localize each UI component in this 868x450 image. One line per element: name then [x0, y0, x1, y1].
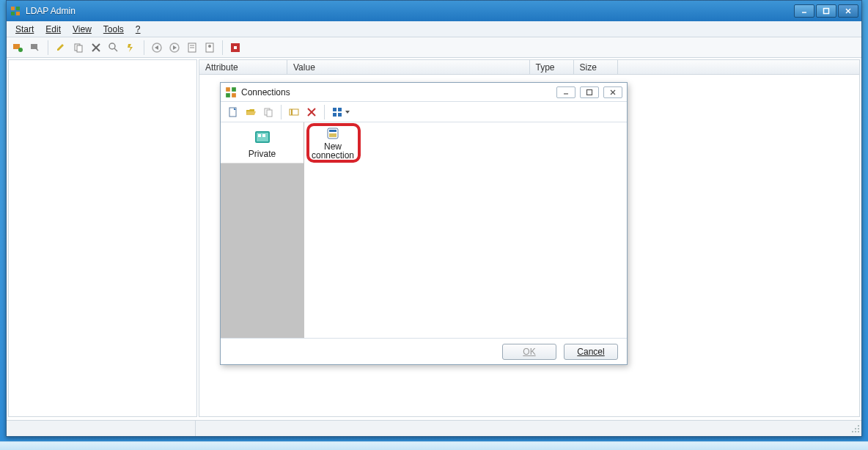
svg-line-18 [114, 48, 117, 51]
svg-rect-36 [226, 87, 230, 92]
window-buttons [794, 4, 858, 18]
tb-properties-icon[interactable] [184, 40, 200, 56]
list-item-label: New connection [312, 142, 354, 160]
svg-rect-59 [258, 134, 261, 137]
app-icon [10, 5, 21, 17]
ok-button-label: OK [523, 347, 535, 357]
tb-edit-icon[interactable] [53, 40, 69, 56]
toolbar-separator [281, 105, 282, 119]
tb-forward-icon[interactable] [166, 40, 183, 56]
resize-grip-icon[interactable] [850, 423, 861, 435]
main-toolbar [7, 37, 861, 58]
col-size[interactable]: Size [574, 60, 618, 74]
tb-search-icon[interactable] [106, 40, 122, 56]
svg-point-31 [858, 428, 859, 429]
svg-rect-60 [262, 134, 265, 137]
dlg-tb-new-icon[interactable] [225, 104, 241, 120]
new-connection-icon [326, 126, 340, 141]
maximize-button[interactable] [816, 4, 836, 18]
tb-refresh-icon[interactable] [123, 40, 139, 56]
menu-view[interactable]: View [67, 23, 98, 36]
svg-marker-12 [57, 44, 64, 51]
dlg-tb-delete-icon[interactable] [304, 104, 320, 120]
ok-button[interactable]: OK [502, 344, 556, 360]
dialog-minimize-button[interactable] [556, 86, 575, 98]
tree-pane[interactable] [8, 59, 197, 417]
col-filler [618, 60, 860, 74]
dlg-tb-rename-icon[interactable] [286, 104, 302, 120]
svg-point-34 [855, 428, 856, 429]
sidebar-item-label: Private [249, 149, 276, 159]
col-attribute[interactable]: Attribute [199, 60, 287, 74]
svg-rect-52 [333, 108, 336, 111]
svg-rect-62 [329, 130, 336, 132]
dlg-tb-open-icon[interactable] [243, 104, 259, 120]
menu-edit[interactable]: Edit [40, 23, 67, 36]
toolbar-separator [48, 40, 48, 55]
svg-rect-54 [333, 113, 336, 117]
svg-rect-38 [226, 93, 230, 97]
dlg-tb-copy-icon[interactable] [260, 104, 276, 120]
dialog-app-icon [225, 86, 237, 98]
window-title: LDAP Admin [26, 6, 794, 16]
sidebar-item-private[interactable]: Private [221, 122, 304, 163]
toolbar-separator [222, 40, 223, 55]
menu-edit-label: Edit [45, 24, 61, 34]
dialog-close-button[interactable] [603, 86, 622, 98]
svg-rect-55 [338, 113, 342, 117]
svg-rect-0 [11, 7, 15, 10]
statusbar [7, 420, 861, 436]
connections-dialog: Connections Private [220, 82, 628, 365]
tb-back-icon[interactable] [149, 40, 165, 56]
titlebar: LDAP Admin [7, 1, 861, 21]
list-item-new-connection[interactable]: New connection [309, 125, 357, 161]
tb-delete-icon[interactable] [88, 40, 104, 56]
dialog-list[interactable]: New connection [304, 122, 627, 338]
svg-rect-63 [329, 133, 336, 137]
menu-help[interactable]: ? [130, 23, 147, 36]
svg-point-33 [858, 425, 859, 427]
svg-rect-14 [77, 45, 82, 52]
dialog-window-buttons [556, 86, 622, 98]
svg-point-30 [858, 431, 859, 432]
minimize-button[interactable] [794, 4, 814, 18]
cancel-button-label: Cancel [577, 347, 604, 357]
menu-tools[interactable]: Tools [98, 23, 130, 36]
menu-view-label: View [73, 24, 92, 34]
tb-stop-icon[interactable] [227, 40, 243, 56]
close-button[interactable] [838, 4, 858, 18]
svg-rect-41 [587, 89, 592, 95]
svg-marker-56 [345, 111, 350, 114]
menu-start-label: Start [15, 24, 34, 34]
svg-point-32 [855, 431, 856, 432]
menu-start[interactable]: Start [10, 23, 40, 36]
cancel-button[interactable]: Cancel [564, 344, 618, 360]
svg-rect-2 [11, 12, 15, 15]
menubar: Start Edit View Tools ? [7, 21, 861, 37]
svg-rect-47 [267, 110, 272, 117]
dlg-tb-view-dropdown[interactable] [329, 104, 353, 120]
svg-rect-39 [232, 93, 236, 97]
dialog-title: Connections [241, 87, 556, 97]
col-value[interactable]: Value [287, 60, 530, 74]
dialog-button-bar: OK Cancel [221, 338, 627, 364]
tb-schema-icon[interactable] [202, 40, 218, 56]
tb-disconnect-icon[interactable] [27, 40, 43, 56]
svg-rect-48 [290, 109, 298, 115]
tb-copy-icon[interactable] [70, 40, 87, 56]
svg-rect-53 [338, 108, 342, 111]
svg-rect-3 [16, 12, 20, 15]
menu-help-label: ? [136, 24, 141, 34]
col-type[interactable]: Type [530, 60, 574, 74]
svg-rect-5 [824, 9, 829, 14]
dialog-body: Private New connection [221, 122, 627, 338]
svg-rect-1 [16, 7, 20, 10]
svg-rect-8 [13, 44, 20, 49]
column-headers: Attribute Value Type Size [199, 60, 859, 75]
tb-connect-icon[interactable] [10, 40, 26, 56]
svg-rect-37 [232, 87, 236, 92]
toolbar-separator [324, 105, 325, 119]
svg-point-9 [18, 48, 23, 52]
taskbar[interactable] [0, 441, 868, 450]
dialog-maximize-button[interactable] [580, 86, 599, 98]
